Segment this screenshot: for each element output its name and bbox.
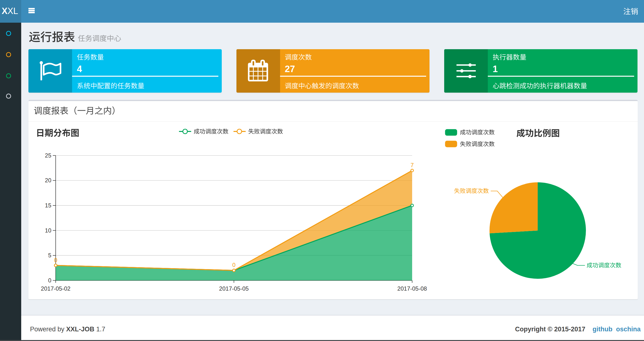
svg-text:27: 27 xyxy=(285,64,295,74)
svg-text:7: 7 xyxy=(410,162,414,168)
svg-text:Powered by XXL-JOB 1.7: Powered by XXL-JOB 1.7 xyxy=(30,325,105,333)
svg-text:Copyright © 2015-2017 githu: Copyright © 2015-2017 github oschina xyxy=(515,325,641,333)
svg-text:4: 4 xyxy=(77,64,82,74)
svg-text:1: 1 xyxy=(493,64,498,74)
svg-text:0: 0 xyxy=(232,262,236,268)
svg-text:10: 10 xyxy=(45,227,51,234)
svg-text:2017-05-05: 2017-05-05 xyxy=(219,285,249,292)
svg-text:25: 25 xyxy=(45,152,51,159)
svg-text:15: 15 xyxy=(45,202,51,209)
svg-text:0: 0 xyxy=(54,257,57,263)
svg-text:2017-05-08: 2017-05-08 xyxy=(398,285,427,292)
svg-text:2017-05-02: 2017-05-02 xyxy=(41,285,70,292)
svg-text:20: 20 xyxy=(45,177,51,184)
svg-text:0: 0 xyxy=(48,277,51,284)
svg-text:5: 5 xyxy=(48,252,51,258)
